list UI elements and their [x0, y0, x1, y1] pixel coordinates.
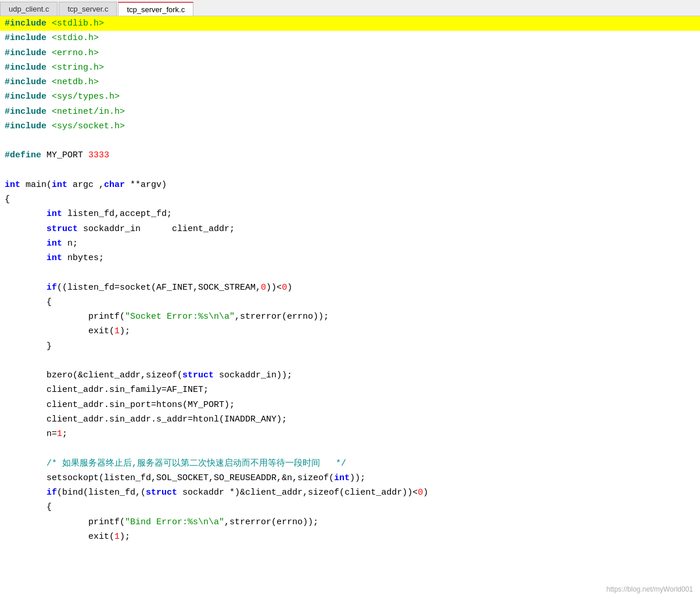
code-line-7: #include <netinet/in.h> — [0, 105, 700, 119]
code-line-1: #include <stdlib.h> — [0, 16, 700, 31]
code-line-10: int main(int argc ,char **argv) — [0, 178, 700, 192]
code-line-16: if((listen_fd=socket(AF_INET,SOCK_STREAM… — [0, 280, 700, 295]
watermark: https://blog.net/myWorld001 — [606, 585, 693, 593]
code-line-11: { — [0, 192, 700, 207]
code-line-21: bzero(&client_addr,sizeof(struct sockadd… — [0, 368, 700, 383]
code-line-20: } — [0, 339, 700, 354]
code-line-22: client_addr.sin_family=AF_INET; — [0, 383, 700, 397]
code-line-blank2 — [0, 163, 700, 178]
code-line-12: int listen_fd,accept_fd; — [0, 207, 700, 221]
tab-tcp-server[interactable]: tcp_server.c — [59, 2, 117, 16]
code-line-5: #include <netdb.h> — [0, 75, 700, 89]
code-line-24: client_addr.sin_addr.s_addr=htonl(INADDR… — [0, 412, 700, 427]
code-line-blank3 — [0, 265, 700, 280]
code-line-14: int n; — [0, 236, 700, 251]
code-line-15: int nbytes; — [0, 251, 700, 265]
tab-bar: udp_client.c tcp_server.c tcp_server_for… — [0, 0, 700, 16]
code-line-27: setsockopt(listen_fd,SOL_SOCKET,SO_REUSE… — [0, 471, 700, 485]
code-line-13: struct sockaddr_in client_addr; — [0, 222, 700, 236]
code-line-26: /* 如果服务器终止后,服务器可以第二次快速启动而不用等待一段时间 */ — [0, 456, 700, 471]
code-line-9: #define MY_PORT 3333 — [0, 148, 700, 163]
code-line-28: if(bind(listen_fd,(struct sockaddr *)&cl… — [0, 485, 700, 500]
code-line-23: client_addr.sin_port=htons(MY_PORT); — [0, 398, 700, 412]
code-line-25: n=1; — [0, 427, 700, 441]
code-line-30: printf("Bind Error:%s\n\a",strerror(errn… — [0, 515, 700, 529]
code-line-2: #include <stdio.h> — [0, 31, 700, 45]
code-line-blank4 — [0, 354, 700, 368]
code-line-blank1 — [0, 134, 700, 148]
code-line-3: #include <errno.h> — [0, 46, 700, 60]
code-line-8: #include <sys/socket.h> — [0, 119, 700, 134]
code-line-19: exit(1); — [0, 324, 700, 338]
code-line-18: printf("Socket Error:%s\n\a",strerror(er… — [0, 309, 700, 324]
tab-udp-client[interactable]: udp_client.c — [0, 2, 58, 16]
code-line-17: { — [0, 295, 700, 309]
code-line-4: #include <string.h> — [0, 60, 700, 75]
code-line-blank5 — [0, 441, 700, 456]
code-line-6: #include <sys/types.h> — [0, 89, 700, 104]
tab-tcp-server-fork[interactable]: tcp_server_fork.c — [118, 2, 193, 16]
code-line-31: exit(1); — [0, 529, 700, 544]
code-area: #include <stdlib.h> #include <stdio.h> #… — [0, 16, 700, 544]
code-line-29: { — [0, 500, 700, 514]
